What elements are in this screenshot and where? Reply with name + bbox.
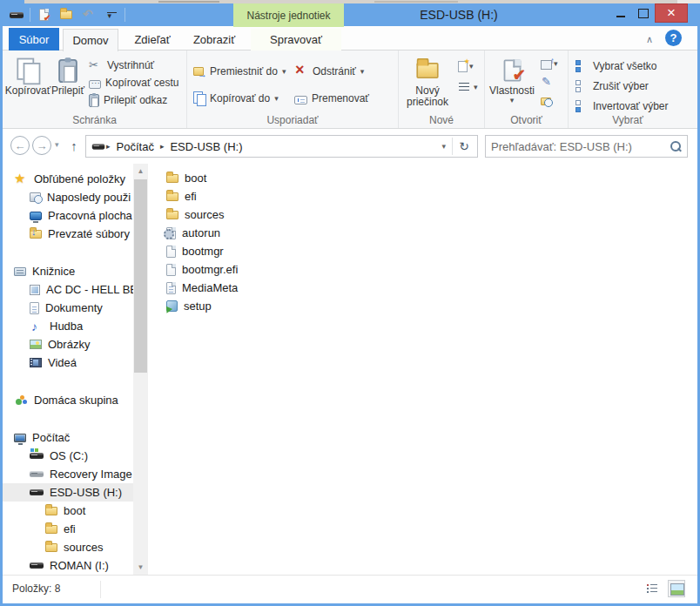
minimize-button[interactable] <box>609 3 632 23</box>
ribbon: Kopírovať Prilepiť Vystrihnúť Kopírovať … <box>3 50 697 129</box>
history-button[interactable] <box>541 92 558 108</box>
file-item-bootmgr-efi[interactable]: bootmgr.efi <box>159 260 680 279</box>
sidebar-item-recent[interactable]: Naposledy použi <box>3 188 133 206</box>
cut-button[interactable]: Vystrihnúť <box>86 57 182 74</box>
copy-path-label: Kopírovať cestu <box>105 77 179 89</box>
qat-new-folder-button[interactable] <box>57 6 76 24</box>
sidebar-item-roman[interactable]: ROMAN (I:) <box>3 556 133 575</box>
recent-places-icon <box>30 192 41 202</box>
sidebar-item-music[interactable]: Hudba <box>3 317 133 335</box>
copy-button[interactable]: Kopírovať <box>6 53 50 114</box>
desktop-icon <box>30 212 42 220</box>
close-button[interactable] <box>655 3 688 23</box>
details-view-button[interactable] <box>643 580 661 597</box>
ribbon-group-select: Vybrať všetko Zrušiť výber Invertovať vý… <box>569 50 687 128</box>
maximize-button[interactable] <box>632 3 655 23</box>
sidebar-item-desktop[interactable]: Pracovná plocha <box>3 206 133 225</box>
tab-manage[interactable]: Spravovať <box>251 29 341 50</box>
invert-selection-button[interactable]: Invertovať výber <box>572 98 671 114</box>
refresh-icon[interactable] <box>453 139 475 153</box>
address-dropdown-icon[interactable] <box>435 142 452 151</box>
sidebar-scrollbar[interactable] <box>133 164 148 575</box>
search-input[interactable] <box>491 140 670 153</box>
sidebar-item-esd-usb[interactable]: ESD-USB (H:) <box>3 483 133 502</box>
sidebar-item-boot[interactable]: boot <box>3 502 133 520</box>
file-item-mediameta[interactable]: MediaMeta <box>159 279 680 297</box>
delete-button[interactable]: Odstrániť <box>292 63 372 80</box>
qat-undo-button[interactable] <box>79 6 98 24</box>
organize-col-1: Premiestniť do Kopírovať do <box>191 53 292 114</box>
sidebar-item-label: Knižnice <box>32 265 75 278</box>
file-item-bootmgr[interactable]: bootmgr <box>159 242 680 260</box>
sidebar-item-recovery[interactable]: Recovery Image ( <box>3 465 133 483</box>
sidebar-item-libraries[interactable]: Knižnice <box>3 262 133 280</box>
file-item-efi[interactable]: efi <box>159 187 680 205</box>
application-icon <box>166 300 178 312</box>
easy-access-button[interactable] <box>458 79 478 95</box>
file-item-setup[interactable]: setup <box>159 297 680 315</box>
dropdown-arrow-icon <box>474 84 478 91</box>
large-icons-view-button[interactable] <box>668 580 685 597</box>
rename-icon <box>294 96 307 104</box>
tab-share[interactable]: Zdieľať <box>125 29 180 50</box>
tab-view[interactable]: Zobraziť <box>185 29 243 50</box>
new-folder-button[interactable]: Nový priečinok <box>402 53 453 114</box>
rename-button[interactable]: Premenovať <box>292 90 372 107</box>
sidebar-item-label: OS (C:) <box>50 449 88 462</box>
sidebar-item-sources[interactable]: sources <box>3 538 133 556</box>
sidebar-item-favorites[interactable]: Obľúbené položky <box>3 170 133 188</box>
up-button[interactable] <box>65 136 83 155</box>
sidebar-item-pictures[interactable]: Obrázky <box>3 335 133 354</box>
sidebar-item-os-c[interactable]: OS (C:) <box>3 447 133 465</box>
select-all-button[interactable]: Vybrať všetko <box>572 57 671 74</box>
file-item-sources[interactable]: sources <box>159 205 680 224</box>
navigation-pane: Obľúbené položky Naposledy použi Pracovn… <box>3 164 133 575</box>
sidebar-item-homegroup[interactable]: Domáca skupina <box>3 391 133 409</box>
sidebar-item-computer[interactable]: Počítač <box>3 428 133 447</box>
back-button[interactable] <box>10 136 30 155</box>
tab-home[interactable]: Domov <box>63 29 118 51</box>
search-box[interactable] <box>485 135 688 158</box>
new-item-button[interactable] <box>458 58 478 74</box>
clear-selection-button[interactable]: Zrušiť výber <box>572 77 671 94</box>
sidebar-item-label: AC DC - HELL BE <box>46 283 133 296</box>
background-window-fragment <box>374 1 458 3</box>
collapse-ribbon-button[interactable] <box>642 31 657 47</box>
sidebar-item-downloads[interactable]: Prevzaté súbory <box>3 225 133 243</box>
file-item-boot[interactable]: boot <box>159 169 680 187</box>
ribbon-group-open: Vlastnosti Otvoriť <box>485 50 569 128</box>
breadcrumb-current-drive[interactable]: ESD-USB (H:) <box>165 140 247 153</box>
qat-properties-button[interactable] <box>34 6 53 24</box>
sidebar-item-efi[interactable]: efi <box>3 520 133 538</box>
new-folder-icon <box>416 63 438 78</box>
sidebar-item-label: efi <box>64 522 76 535</box>
scroll-down-icon[interactable] <box>133 560 148 575</box>
hdd-drive-icon <box>30 471 44 477</box>
breadcrumb-computer[interactable]: Počítač <box>111 140 159 153</box>
open-with-button[interactable] <box>541 56 558 71</box>
computer-icon <box>14 434 26 442</box>
scrollbar-thumb[interactable] <box>134 179 147 373</box>
address-bar[interactable]: Počítač ESD-USB (H:) <box>85 135 478 158</box>
sidebar-item-documents[interactable]: Dokumenty <box>3 299 133 317</box>
copy-to-button[interactable]: Kopírovať do <box>191 90 292 107</box>
file-item-label: efi <box>185 190 197 203</box>
paste-shortcut-button[interactable]: Prilepiť odkaz <box>86 91 182 109</box>
recent-locations-dropdown[interactable] <box>55 140 59 149</box>
system-menu-button[interactable] <box>7 6 26 24</box>
help-button[interactable] <box>665 30 682 46</box>
sidebar-item-label: Prevzaté súbory <box>48 227 130 240</box>
sidebar-item-videos[interactable]: Videá <box>3 354 133 372</box>
scroll-up-icon[interactable] <box>133 164 148 178</box>
paste-button[interactable]: Prilepiť <box>50 53 86 114</box>
edit-button[interactable] <box>541 74 558 90</box>
forward-button[interactable] <box>32 136 51 155</box>
move-to-button[interactable]: Premiestniť do <box>191 63 292 80</box>
properties-button[interactable]: Vlastnosti <box>488 53 535 114</box>
file-item-autorun[interactable]: autorun <box>159 224 680 242</box>
select-group-label: Vybrať <box>569 114 687 126</box>
copy-path-button[interactable]: Kopírovať cestu <box>86 74 182 91</box>
qat-customize-button[interactable] <box>102 6 121 24</box>
sidebar-item-acdc-library[interactable]: AC DC - HELL BE <box>3 280 133 299</box>
tab-file[interactable]: Súbor <box>9 28 59 50</box>
